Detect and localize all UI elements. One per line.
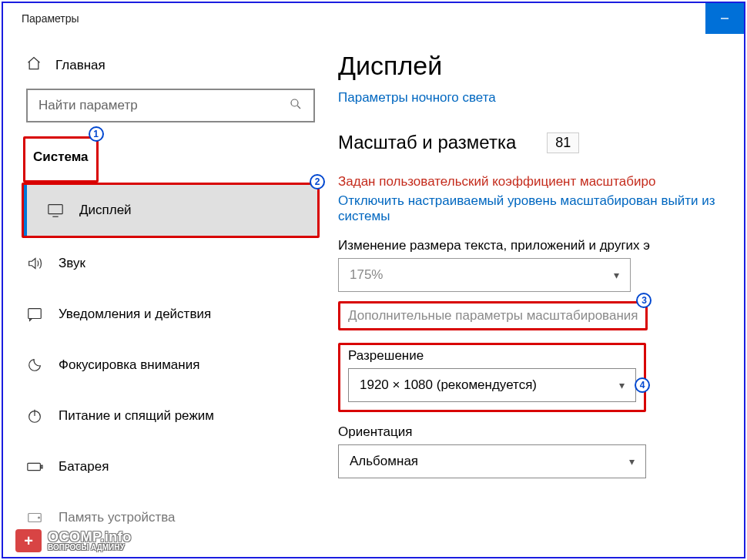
svg-line-2 [297,106,300,109]
home-icon [26,55,42,75]
search-placeholder: Найти параметр [39,98,138,113]
zoom-value: 81 [547,132,579,153]
sidebar-item-label: Память устройства [59,510,176,525]
watermark-plus-icon: + [15,529,42,552]
scale-select[interactable]: 175% ▾ [338,258,631,292]
battery-icon [26,458,43,475]
scale-value: 175% [350,267,383,283]
window-title: Параметры [22,12,79,25]
sidebar-item-notifications[interactable]: Уведомления и действия [3,289,338,340]
titlebar: Параметры [3,3,744,34]
night-light-link[interactable]: Параметры ночного света [338,90,744,106]
annotation-badge-3: 3 [636,293,652,308]
orientation-label: Ориентация [338,424,744,440]
sidebar-item-label: Батарея [59,459,109,474]
power-icon [26,407,43,424]
monitor-icon [47,202,64,219]
watermark: + OCOMP.info ВОПРОСЫ АДМИНУ [15,529,132,552]
scale-heading: Масштаб и разметка 81 [338,132,744,153]
notification-icon [26,306,43,323]
search-icon [289,97,303,115]
svg-rect-9 [41,465,42,468]
home-label: Главная [55,58,106,73]
sidebar-item-label: Фокусировка внимания [59,357,199,373]
orientation-select[interactable]: Альбомная ▾ [338,444,646,478]
sidebar-item-focus[interactable]: Фокусировка внимания [3,340,338,391]
sidebar: Главная Найти параметр Система 1 Дисплей [3,34,338,557]
chevron-down-icon: ▾ [614,269,619,281]
annotation-badge-4: 4 [635,377,650,393]
sidebar-item-battery[interactable]: Батарея [3,441,338,492]
sidebar-item-sound[interactable]: Звук [3,238,338,289]
sidebar-item-display[interactable]: Дисплей [24,185,317,236]
sidebar-item-power[interactable]: Питание и спящий режим [3,391,338,441]
annotation-badge-1: 1 [89,126,104,142]
svg-point-11 [39,517,40,518]
sidebar-home[interactable]: Главная [3,49,338,89]
sidebar-item-label: Звук [59,256,85,271]
svg-point-1 [291,99,298,106]
annotation-3: Дополнительные параметры масштабирования… [338,301,648,330]
orientation-value: Альбомная [350,454,418,469]
settings-window: Параметры Главная Найти параметр С [2,2,745,558]
sidebar-item-label: Питание и спящий режим [59,408,214,424]
annotation-4: Разрешение 1920 × 1080 (рекомендуется) ▾… [338,343,646,412]
annotation-2: Дисплей 2 [22,183,320,238]
chevron-down-icon: ▾ [619,379,625,391]
sidebar-item-label: Уведомления и действия [59,307,211,322]
sidebar-item-label: Дисплей [79,203,132,218]
page-title: Дисплей [338,51,744,81]
svg-rect-8 [28,463,41,470]
focus-icon [26,357,43,374]
content: Главная Найти параметр Система 1 Дисплей [3,34,744,557]
svg-rect-3 [49,205,62,214]
sound-icon [26,255,43,272]
resolution-value: 1920 × 1080 (рекомендуется) [360,377,537,393]
svg-rect-5 [28,309,42,319]
sidebar-category: Система [25,145,96,169]
storage-icon [26,509,43,526]
watermark-site: OCOMP.info [48,530,132,544]
advanced-scaling-link[interactable]: Дополнительные параметры масштабирования [348,308,638,324]
disable-scale-link[interactable]: Отключить настраиваемый уровень масштаби… [338,193,744,224]
chevron-down-icon: ▾ [629,455,635,468]
main-panel: Дисплей Параметры ночного света Масштаб … [338,34,744,557]
search-input[interactable]: Найти параметр [26,89,315,122]
minimize-button[interactable] [705,3,744,34]
watermark-tagline: ВОПРОСЫ АДМИНУ [48,544,132,552]
scale-label: Изменение размера текста, приложений и д… [338,238,744,253]
resolution-label: Разрешение [348,348,636,364]
custom-scale-warning: Задан пользовательский коэффициент масшт… [338,172,744,192]
titlebar-buttons [705,3,744,34]
resolution-select[interactable]: 1920 × 1080 (рекомендуется) ▾ [348,368,636,402]
annotation-badge-2: 2 [310,174,325,189]
annotation-1: Система 1 [23,136,99,183]
